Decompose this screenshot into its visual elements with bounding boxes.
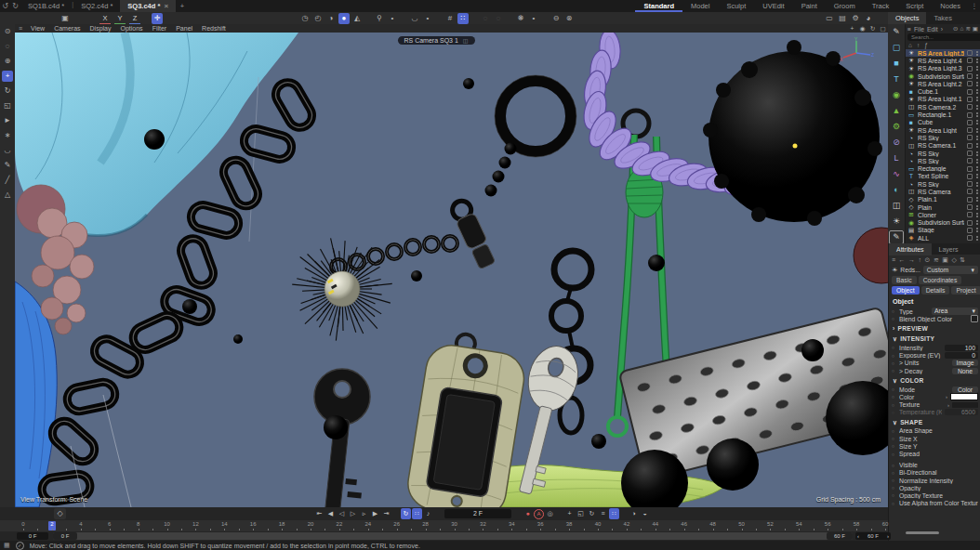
mode-dropdown[interactable]: Custom ▾ <box>923 266 978 274</box>
spinner-right-icon[interactable]: › <box>887 533 889 539</box>
range-track[interactable]: 0 F 60 F <box>53 532 853 540</box>
menu-icon[interactable]: ≡ <box>892 256 895 263</box>
polygon-pen-tool-icon[interactable]: △ <box>2 190 13 201</box>
attr-value-field[interactable]: 0 <box>945 352 978 359</box>
record-keyframe-icon[interactable]: ● <box>523 508 533 519</box>
move-tool-icon[interactable]: ◴ <box>312 13 324 24</box>
visibility-dots[interactable] <box>976 66 978 71</box>
layer-color-box[interactable] <box>967 220 973 226</box>
keyframe-dot-icon[interactable]: ○ <box>892 478 896 483</box>
filter-icon[interactable]: ≋ <box>965 25 970 33</box>
forward-icon[interactable]: → <box>908 256 915 263</box>
rectangle-selection-tool-icon[interactable]: ◌ <box>2 41 13 52</box>
layer-color-box[interactable] <box>967 104 973 110</box>
generator-icon[interactable]: ⚙ <box>890 120 903 134</box>
keyframe-dot-icon[interactable]: ○ <box>892 436 896 441</box>
object-row[interactable]: ▤Stage <box>906 227 980 234</box>
keyframe-dot-icon[interactable]: ○ <box>892 501 896 506</box>
object-row[interactable]: ◈ALL <box>906 234 980 242</box>
objects-menu-icon[interactable]: ≡ <box>907 26 911 33</box>
light-object-icon[interactable]: ☀ <box>890 215 903 229</box>
object-row[interactable]: ⊞Cloner <box>906 211 980 218</box>
simulate-tool-icon[interactable]: ⚲ <box>374 13 385 24</box>
layer-color-box[interactable] <box>967 66 973 72</box>
visibility-dots[interactable] <box>976 51 978 56</box>
arc-tool-icon[interactable]: ◡ <box>2 145 13 156</box>
filter-icon[interactable]: ≋ <box>934 256 939 264</box>
grid-icon[interactable]: ▦ <box>4 542 10 549</box>
attr-tab-project[interactable]: Project <box>951 286 980 295</box>
up-icon[interactable]: ↑ <box>919 256 922 263</box>
viewport-menu-redshift[interactable]: Redshift <box>197 25 231 32</box>
layer-color-box[interactable] <box>967 197 973 203</box>
preview-range-a-icon[interactable]: ◑ <box>629 508 639 519</box>
play-icon[interactable]: ▷ <box>348 508 358 519</box>
viewport[interactable]: ≡ ViewCamerasDisplayOptionsFilterPanelRe… <box>15 24 888 507</box>
rotate-tool-icon[interactable]: ↻ <box>2 85 13 97</box>
layer-color-box[interactable] <box>967 89 973 95</box>
object-row[interactable]: ◔RS Sky <box>906 134 980 141</box>
field-icon[interactable]: L <box>890 151 903 165</box>
filter-path-icon[interactable]: ƒ <box>924 42 928 48</box>
keyframe-dot-icon[interactable]: ○ <box>892 368 896 373</box>
camera-object-icon[interactable]: ◫ <box>890 199 903 213</box>
lock-icon[interactable]: ▣ <box>942 256 948 264</box>
key-pla-icon[interactable]: ∷ <box>609 508 619 519</box>
object-row[interactable]: ◫RS Camera.2 <box>906 103 980 111</box>
search-icon[interactable]: ⊙ <box>953 25 958 33</box>
viewport-menu-panel[interactable]: Panel <box>171 25 197 32</box>
close-tool-icon[interactable]: ⊗ <box>563 13 575 24</box>
layer-color-box[interactable] <box>967 166 973 172</box>
object-row[interactable]: ◉Subdivision Surface.1 <box>906 72 980 80</box>
keyframe-dot-icon[interactable]: ○ <box>892 485 896 491</box>
visibility-dots[interactable] <box>976 120 978 124</box>
keyframe-settings-icon[interactable]: ◎ <box>545 508 555 519</box>
object-row[interactable]: ■Cube.1 <box>906 87 980 95</box>
magnet-tool-icon[interactable]: ◡ <box>409 13 420 24</box>
visibility-dots[interactable] <box>976 197 978 202</box>
scale-tool-icon[interactable]: ◑ <box>325 13 337 24</box>
object-row[interactable]: ◫RS Camera <box>906 188 980 195</box>
preview-range-b-icon[interactable]: ◒ <box>640 508 650 519</box>
workplane-icon[interactable]: ▣ <box>60 13 71 24</box>
current-frame-field[interactable]: 2 F <box>444 509 511 518</box>
keyframe-dot-icon[interactable]: ○ <box>892 402 896 408</box>
spinner-left-icon[interactable]: ‹ <box>857 533 859 539</box>
pen-tool-icon[interactable]: ✎ <box>2 160 13 171</box>
layer-color-box[interactable] <box>967 228 973 233</box>
viewport-menu-cameras[interactable]: Cameras <box>49 25 85 32</box>
modeling-options-icon[interactable]: • <box>528 13 539 24</box>
layer-color-box[interactable] <box>967 81 973 86</box>
visibility-dots[interactable] <box>976 105 978 110</box>
tab-attributes[interactable]: Attributes <box>889 243 932 255</box>
transfer-tool-icon[interactable]: ∗ <box>2 130 13 141</box>
object-row[interactable]: ☀RS Area Light.5 <box>906 49 980 57</box>
keyframe-dot-icon[interactable]: ○ <box>892 308 896 314</box>
visibility-dots[interactable] <box>976 74 978 79</box>
visibility-dots[interactable] <box>976 236 978 241</box>
array-generator-icon[interactable]: ▲ <box>890 104 903 118</box>
keyframe-dot-icon[interactable]: ○ <box>892 386 896 392</box>
visibility-dots[interactable] <box>976 220 978 225</box>
back-icon[interactable]: ← <box>899 256 906 263</box>
redo-icon[interactable]: ↻ <box>10 2 20 10</box>
prev-key-icon[interactable]: ◀ <box>325 508 336 519</box>
layout-tab-groom[interactable]: Groom <box>826 0 864 12</box>
viewport-menu-icon[interactable]: ≡ <box>15 25 26 32</box>
layer-color-box[interactable] <box>967 112 973 118</box>
end-frame-spinner[interactable]: ‹ 60 F › <box>855 532 891 540</box>
layout-tab-paint[interactable]: Paint <box>793 0 826 12</box>
toggle-view-icon[interactable]: ▢ <box>879 24 887 33</box>
axis-lock-y[interactable]: Y <box>114 13 126 24</box>
orbit-view-icon[interactable]: ↻ <box>868 24 877 33</box>
attr-value-field[interactable]: 6500 <box>945 409 978 415</box>
prev-frame-icon[interactable]: ◁ <box>337 508 347 519</box>
spline-pen-icon[interactable]: ✎ <box>890 25 903 39</box>
texture-slot[interactable] <box>952 402 978 408</box>
layer-color-box[interactable] <box>967 97 973 102</box>
layout-tab-nodes[interactable]: Nodes <box>932 0 969 12</box>
pan-view-icon[interactable]: + <box>848 24 856 33</box>
goto-end-icon[interactable]: ⇥ <box>381 508 391 519</box>
layer-color-box[interactable] <box>967 127 973 133</box>
section-header-preview[interactable]: ›PREVIEW <box>889 323 980 333</box>
